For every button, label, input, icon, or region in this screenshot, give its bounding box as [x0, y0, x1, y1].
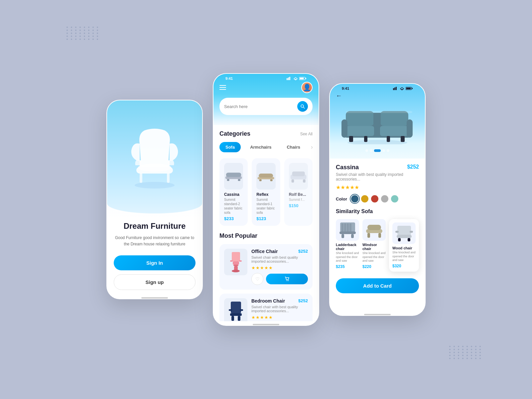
- svg-rect-80: [397, 235, 412, 238]
- popular-title: Most Popular: [219, 232, 257, 239]
- svg-rect-79: [397, 226, 411, 235]
- avatar[interactable]: 👤: [301, 82, 313, 93]
- color-option-gray[interactable]: [381, 195, 388, 202]
- menu-button[interactable]: [219, 85, 226, 90]
- svg-rect-68: [341, 223, 343, 231]
- svg-rect-78: [378, 233, 381, 238]
- carousel-dot-active[interactable]: [374, 149, 381, 152]
- sim-image: [336, 219, 359, 241]
- popular-header: Most Popular: [219, 232, 313, 239]
- detail-body: Cassina $252 Swivel chair with best qual…: [330, 159, 425, 311]
- svg-rect-76: [367, 225, 381, 230]
- product-image: [256, 163, 275, 190]
- search-bar: [219, 98, 313, 115]
- popular-item-bedroom-chair[interactable]: Bedroom Chair $252 Swivel chair with bes…: [219, 294, 313, 321]
- svg-rect-24: [291, 180, 294, 183]
- sim-desc: She knocked and opened the door and saw: [336, 251, 359, 263]
- product-description: Swivel chair with best quality imported …: [336, 172, 419, 182]
- sim-card-wood[interactable]: Wood chair She knocked and opened the do…: [389, 219, 419, 272]
- popular-info: Office Chair $252 Swivel chair with best…: [251, 249, 308, 285]
- color-option-gold[interactable]: [361, 195, 368, 202]
- svg-rect-21: [270, 179, 273, 181]
- svg-rect-46: [393, 88, 394, 90]
- svg-rect-17: [238, 179, 240, 181]
- product-card-cassina[interactable]: Cassina Summit standard-2 seater fabric …: [219, 158, 248, 226]
- product-title-row: Cassina $252: [336, 164, 419, 171]
- svg-line-13: [303, 107, 305, 108]
- signup-button[interactable]: Sign up: [114, 274, 196, 290]
- carousel-dot[interactable]: [387, 149, 389, 152]
- svg-rect-23: [292, 172, 305, 176]
- product-image: [224, 163, 243, 190]
- sim-card-ladderback[interactable]: Ladderback chair She knocked and opened …: [336, 219, 359, 272]
- carousel-dot[interactable]: [370, 149, 372, 152]
- status-icons: [393, 87, 413, 90]
- sim-desc: She knocked and opened the door and saw: [392, 251, 416, 262]
- browse-body: Categories See All Sofa Armchairs Chairs…: [213, 125, 319, 321]
- svg-rect-47: [394, 87, 395, 90]
- color-option-mint[interactable]: [391, 195, 398, 202]
- sim-desc: She knocked and opened the door and saw: [362, 251, 386, 263]
- svg-point-49: [402, 89, 403, 90]
- see-all-link[interactable]: See All: [300, 132, 313, 136]
- svg-rect-7: [289, 77, 290, 80]
- add-to-cart-button[interactable]: [266, 274, 308, 284]
- svg-rect-40: [231, 316, 234, 321]
- carousel-dots: [336, 149, 419, 152]
- splash-hero: [107, 100, 202, 213]
- svg-rect-69: [344, 223, 346, 231]
- svg-rect-66: [346, 111, 412, 113]
- product-price: $252: [407, 164, 419, 170]
- product-card-reflex[interactable]: Reflex Summit standard-1 seater fabric s…: [252, 158, 280, 226]
- svg-rect-16: [227, 179, 229, 181]
- status-bar: 9:41: [219, 74, 313, 82]
- sim-price: $220: [362, 264, 386, 269]
- tab-sofa[interactable]: Sofa: [219, 142, 241, 152]
- wishlist-button[interactable]: ♡: [251, 273, 263, 285]
- product-card-rolfbe[interactable]: Rolf Be... Summit f... $150: [284, 158, 313, 226]
- signin-button[interactable]: Sign In: [114, 255, 196, 270]
- search-input[interactable]: [224, 104, 295, 109]
- color-label: Color: [336, 197, 347, 201]
- popular-item-office-chair[interactable]: Office Chair $252 Swivel chair with best…: [219, 244, 313, 290]
- svg-rect-19: [259, 174, 273, 178]
- app-title: Dream Furniture: [114, 221, 196, 231]
- phone-detail: 9:41 ←: [329, 83, 426, 316]
- carousel-dot[interactable]: [382, 149, 385, 152]
- svg-rect-26: [232, 252, 240, 261]
- splash-text: Dream Furniture Good Furniture good invi…: [107, 213, 202, 295]
- svg-rect-51: [406, 88, 411, 89]
- svg-rect-10: [300, 78, 304, 79]
- svg-rect-36: [231, 303, 234, 313]
- color-option-red[interactable]: [371, 195, 378, 202]
- svg-point-33: [287, 280, 287, 281]
- popular-price: $252: [298, 298, 308, 304]
- svg-rect-25: [303, 180, 306, 183]
- popular-desc: Swivel chair with best quality imported …: [251, 255, 308, 263]
- rating-stars: ★★★★★: [336, 184, 419, 191]
- sim-name: Wood chair: [392, 246, 416, 250]
- sim-name: Ladderback chair: [336, 243, 359, 251]
- sim-card-windsor[interactable]: Windsor chair She knocked and opened the…: [362, 219, 386, 272]
- carousel-dot[interactable]: [365, 149, 368, 152]
- tab-armchairs[interactable]: Armchairs: [244, 142, 277, 152]
- rating-stars: ★★★★★: [251, 315, 308, 320]
- back-button[interactable]: ←: [336, 92, 342, 99]
- color-option-teal[interactable]: [351, 195, 358, 202]
- svg-rect-11: [306, 78, 307, 79]
- header-row: 👤: [219, 82, 313, 93]
- svg-rect-28: [233, 265, 238, 266]
- sim-price: $235: [336, 264, 359, 269]
- tab-chairs[interactable]: Chairs: [281, 142, 306, 152]
- svg-rect-73: [341, 234, 344, 238]
- phone-splash: Dream Furniture Good Furniture good invi…: [106, 100, 203, 299]
- sofa-hero-container: [336, 103, 419, 146]
- sim-image: [362, 219, 386, 241]
- svg-rect-32: [239, 260, 242, 262]
- similarity-row: Ladderback chair She knocked and opened …: [336, 219, 419, 272]
- sofa-image: [337, 104, 417, 144]
- categories-header: Categories See All: [219, 130, 313, 137]
- add-to-cart-button[interactable]: Add to Card: [336, 278, 419, 293]
- search-button[interactable]: [297, 101, 308, 112]
- phone-browse: 9:41 👤: [213, 73, 319, 326]
